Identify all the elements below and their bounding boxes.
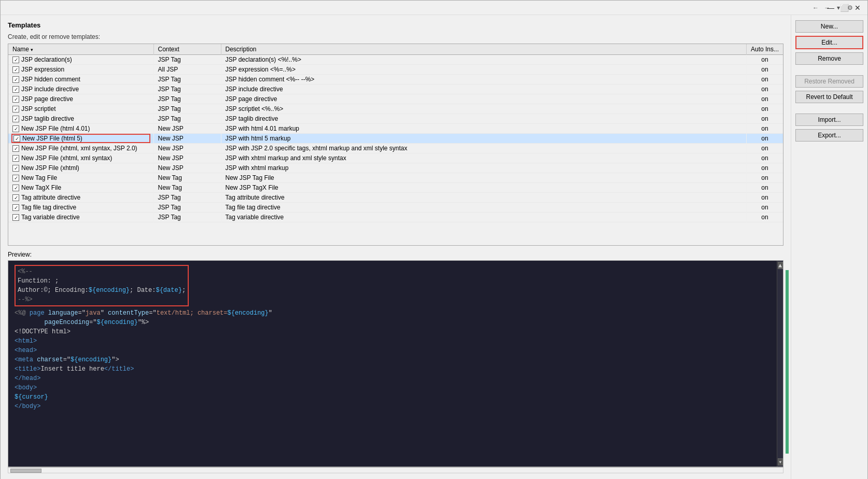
col-header-auto[interactable]: Auto Ins... <box>746 44 783 55</box>
cell-name: JSP scriptlet <box>8 104 153 114</box>
preview-scrollbar[interactable]: ▲ ▼ <box>777 261 783 467</box>
row-checkbox[interactable] <box>12 57 19 63</box>
templates-table-scroll[interactable]: Name ▾ Context Description Auto Ins... J… <box>8 44 783 245</box>
col-header-description[interactable]: Description <box>221 44 746 55</box>
table-row[interactable]: New JSP File (xhtml, xml syntax, JSP 2.0… <box>8 144 783 153</box>
cell-context: New JSP <box>153 163 221 173</box>
row-name-label: New JSP File (xhtml, xml syntax) <box>21 154 112 162</box>
templates-table: Name ▾ Context Description Auto Ins... J… <box>8 44 783 222</box>
table-row[interactable]: JSP taglib directiveJSP TagJSP taglib di… <box>8 114 783 124</box>
cell-name: JSP page directive <box>8 94 153 104</box>
cell-auto: on <box>746 65 783 75</box>
cell-name: JSP expression <box>8 65 153 75</box>
code-preview-line: <body> <box>15 383 777 392</box>
row-checkbox[interactable] <box>12 96 19 103</box>
table-row[interactable]: JSP hidden commentJSP TagJSP hidden comm… <box>8 75 783 84</box>
row-checkbox[interactable] <box>12 66 19 73</box>
row-checkbox[interactable] <box>12 194 19 201</box>
cell-context: JSP Tag <box>153 203 221 213</box>
cell-description: New JSP Tag File <box>221 173 746 183</box>
preview-h-scrollbar[interactable] <box>8 467 783 473</box>
cell-auto: on <box>746 173 783 183</box>
table-row[interactable]: New JSP File (html 4.01)New JSPJSP with … <box>8 124 783 134</box>
code-preview-line: Author:©; Encoding:${encoding}; Date:${d… <box>18 286 186 295</box>
col-header-context[interactable]: Context <box>153 44 221 55</box>
table-row[interactable]: JSP declaration(s)JSP TagJSP declaration… <box>8 55 783 65</box>
templates-table-wrapper: Name ▾ Context Description Auto Ins... J… <box>8 44 783 246</box>
code-preview-line: </head> <box>15 374 777 383</box>
back-icon[interactable]: ← <box>810 3 821 13</box>
dropdown-icon[interactable]: ▾ <box>833 3 844 13</box>
cell-context: JSP Tag <box>153 193 221 203</box>
table-row[interactable]: New TagX FileNew TagNew JSP TagX Fileon <box>8 183 783 193</box>
cell-description: JSP expression <%=..%> <box>221 65 746 75</box>
restore-removed-button[interactable]: Restore Removed <box>795 75 863 88</box>
cell-auto: on <box>746 94 783 104</box>
cell-auto: on <box>746 134 783 144</box>
table-row[interactable]: Tag attribute directiveJSP TagTag attrib… <box>8 193 783 203</box>
row-checkbox[interactable] <box>12 185 19 191</box>
row-checkbox[interactable] <box>12 204 19 211</box>
row-checkbox[interactable] <box>12 165 19 172</box>
row-name-label: New TagX File <box>21 184 61 191</box>
table-row[interactable]: Tag variable directiveJSP TagTag variabl… <box>8 213 783 222</box>
cell-description: Tag variable directive <box>221 213 746 222</box>
settings-icon[interactable]: ⚙ <box>845 3 855 13</box>
row-checkbox[interactable] <box>12 116 19 122</box>
scrollbar-thumb-down[interactable]: ▼ <box>778 458 783 466</box>
row-name-label: JSP include directive <box>21 86 79 93</box>
scrollbar-thumb-up[interactable]: ▲ <box>778 262 783 269</box>
cell-name: JSP hidden comment <box>8 75 153 84</box>
row-checkbox[interactable] <box>12 106 19 112</box>
col-header-name[interactable]: Name ▾ <box>8 44 153 55</box>
cell-name: New JSP File (xhtml, xml syntax) <box>8 153 153 163</box>
table-row[interactable]: JSP page directiveJSP TagJSP page direct… <box>8 94 783 104</box>
import-button[interactable]: Import... <box>795 114 863 126</box>
edit-button[interactable]: Edit... <box>795 36 863 49</box>
row-checkbox[interactable] <box>12 145 19 152</box>
export-button[interactable]: Export... <box>795 129 863 142</box>
remove-button[interactable]: Remove <box>795 52 863 65</box>
cell-name: New Tag File <box>8 173 153 183</box>
cell-name: New JSP File (xhtml, xml syntax, JSP 2.0… <box>8 144 153 153</box>
cell-description: JSP scriptlet <%..%> <box>221 104 746 114</box>
row-checkbox[interactable] <box>12 86 19 93</box>
cell-name: Tag file tag directive <box>8 203 153 213</box>
spacer2 <box>795 106 863 110</box>
row-checkbox[interactable] <box>12 76 19 83</box>
code-preview-line: ${cursor} <box>15 392 777 402</box>
cell-name: JSP include directive <box>8 84 153 94</box>
row-name-label: New JSP File (xhtml, xml syntax, JSP 2.0… <box>21 145 137 152</box>
preview-inner: <%-- Function: ; Author:©; Encoding:${en… <box>12 263 779 413</box>
cell-context: JSP Tag <box>153 104 221 114</box>
revert-to-default-button[interactable]: Revert to Default <box>795 91 863 103</box>
row-checkbox[interactable] <box>12 214 19 221</box>
table-row[interactable]: Tag file tag directiveJSP TagTag file ta… <box>8 203 783 213</box>
table-row[interactable]: New JSP File (xhtml)New JSPJSP with xhtm… <box>8 163 783 173</box>
cell-name: New JSP File (html 5) <box>8 134 153 144</box>
row-checkbox[interactable] <box>12 125 19 132</box>
new-button[interactable]: New... <box>795 20 863 33</box>
table-row[interactable]: New JSP File (xhtml, xml syntax)New JSPJ… <box>8 153 783 163</box>
table-row[interactable]: JSP scriptletJSP TagJSP scriptlet <%..%>… <box>8 104 783 114</box>
row-checkbox[interactable] <box>12 155 19 162</box>
row-name-label: JSP page directive <box>21 95 73 103</box>
cell-auto: on <box>746 104 783 114</box>
code-preview-line: <head> <box>15 346 777 355</box>
cell-description: JSP hidden comment <%-- --%> <box>221 75 746 84</box>
row-name-label: New Tag File <box>21 174 57 181</box>
row-checkbox[interactable] <box>13 135 20 142</box>
table-row[interactable]: JSP expressionAll JSPJSP expression <%=.… <box>8 65 783 75</box>
preview-highlighted-block: <%-- Function: ; Author:©; Encoding:${en… <box>15 265 189 306</box>
h-scrollbar-thumb[interactable] <box>10 469 41 473</box>
code-preview-line: <%-- <box>18 267 186 276</box>
forward-icon[interactable]: → <box>822 3 832 13</box>
table-row[interactable]: JSP include directiveJSP TagJSP include … <box>8 84 783 94</box>
table-row[interactable]: New Tag FileNew TagNew JSP Tag Fileon <box>8 173 783 183</box>
row-checkbox[interactable] <box>12 175 19 181</box>
cell-description: JSP with html 4.01 markup <box>221 124 746 134</box>
cell-name: New JSP File (xhtml) <box>8 163 153 173</box>
cell-auto: on <box>746 183 783 193</box>
preview-container[interactable]: <%-- Function: ; Author:©; Encoding:${en… <box>8 260 783 467</box>
table-row[interactable]: New JSP File (html 5)New JSPJSP with htm… <box>8 134 783 144</box>
